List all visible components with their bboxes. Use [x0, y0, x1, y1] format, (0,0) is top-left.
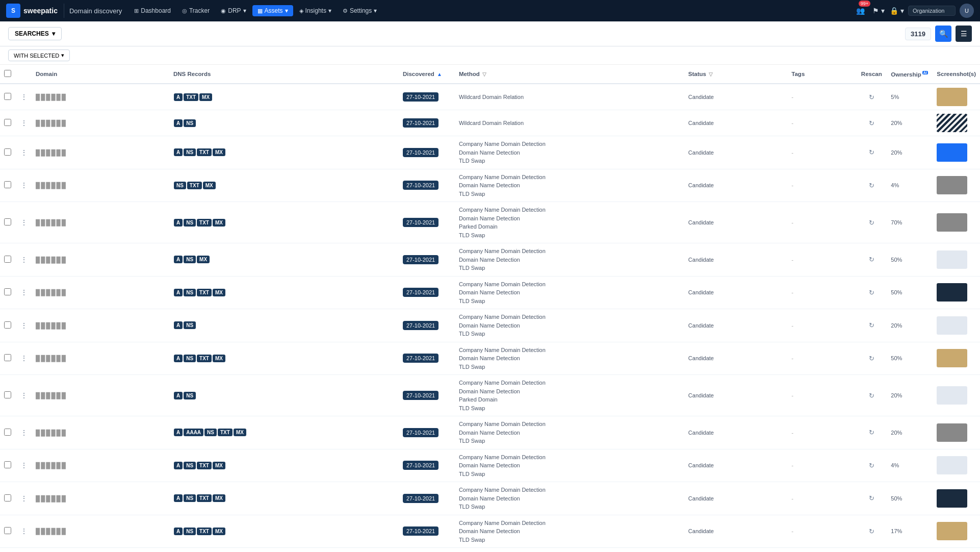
row-actions-13[interactable]: ⋮ — [20, 527, 28, 535]
row-checkbox-0[interactable] — [4, 93, 11, 100]
rescan-button-4[interactable]: ↻ — [869, 219, 874, 227]
row-actions-4[interactable]: ⋮ — [20, 218, 28, 227]
discovered-date: 27-10-2021 — [403, 148, 439, 157]
dns-tag-MX: MX — [234, 429, 246, 436]
nav-assets[interactable]: ▦ Assets ▾ — [252, 5, 293, 16]
row-actions-7[interactable]: ⋮ — [20, 321, 28, 330]
settings-chevron: ▾ — [374, 7, 377, 14]
rescan-button-10[interactable]: ↻ — [869, 429, 874, 436]
row-actions-11[interactable]: ⋮ — [20, 461, 28, 469]
tags-value: - — [791, 149, 793, 156]
dns-tag-A: A — [174, 528, 183, 535]
row-checkbox-9[interactable] — [4, 391, 11, 398]
tags-value: - — [791, 182, 793, 188]
header-discovered[interactable]: Discovered ▲ — [399, 65, 455, 84]
rescan-button-12[interactable]: ↻ — [869, 494, 874, 502]
row-checkbox-6[interactable] — [4, 288, 11, 295]
discovered-date: 27-10-2021 — [403, 92, 439, 102]
with-selected-button[interactable]: WITH SELECTED ▾ — [8, 49, 70, 61]
dns-tag-NS: NS — [184, 392, 196, 399]
brand-logo: S — [6, 4, 20, 18]
row-actions-1[interactable]: ⋮ — [20, 119, 28, 127]
tracker-icon: ◎ — [182, 8, 187, 14]
brand[interactable]: S sweepatic — [6, 4, 64, 18]
drp-icon: ◉ — [221, 8, 226, 14]
dns-tag-A: A — [174, 321, 183, 329]
dns-tag-TXT: TXT — [197, 148, 212, 156]
rescan-button-6[interactable]: ↻ — [869, 289, 874, 296]
ownership-value: 20% — [891, 120, 902, 126]
header-select-all[interactable] — [0, 65, 16, 84]
tags-value: - — [791, 392, 793, 398]
dns-tag-A: A — [174, 219, 183, 227]
header-method[interactable]: Method ▽ — [455, 65, 684, 84]
row-checkbox-3[interactable] — [4, 181, 11, 188]
nav-tracker[interactable]: ◎ Tracker — [177, 5, 215, 16]
nav-drp[interactable]: ◉ DRP ▾ — [216, 5, 251, 16]
row-actions-3[interactable]: ⋮ — [20, 181, 28, 189]
discovered-date: 27-10-2021 — [403, 354, 439, 363]
row-actions-12[interactable]: ⋮ — [20, 494, 28, 503]
row-actions-8[interactable]: ⋮ — [20, 354, 28, 362]
row-checkbox-11[interactable] — [4, 461, 11, 468]
select-all-checkbox[interactable] — [4, 70, 11, 77]
rescan-button-0[interactable]: ↻ — [869, 93, 874, 101]
domain-value: ██████ — [36, 120, 67, 126]
rescan-button-1[interactable]: ↻ — [869, 119, 874, 127]
avatar[interactable]: U — [960, 4, 974, 18]
rescan-button-5[interactable]: ↻ — [869, 256, 874, 263]
tags-value: - — [791, 322, 793, 329]
header-domain: Domain — [32, 65, 169, 84]
dns-tag-A: A — [174, 289, 183, 296]
row-checkbox-10[interactable] — [4, 429, 11, 436]
rescan-button-9[interactable]: ↻ — [869, 392, 874, 399]
nav-settings[interactable]: ⚙ Settings ▾ — [338, 5, 382, 16]
ownership-value: 20% — [891, 430, 902, 436]
row-checkbox-2[interactable] — [4, 148, 11, 156]
searches-button[interactable]: SEARCHES ▾ — [8, 27, 62, 40]
dns-tag-MX: MX — [213, 462, 225, 469]
row-checkbox-12[interactable] — [4, 494, 11, 501]
ownership-value: 50% — [891, 257, 902, 263]
row-checkbox-1[interactable] — [4, 119, 11, 126]
nav-insights[interactable]: ◈ Insights ▾ — [294, 5, 337, 16]
rescan-button-3[interactable]: ↻ — [869, 182, 874, 189]
flag-icon[interactable]: ⚑ ▾ — [871, 4, 886, 18]
row-checkbox-5[interactable] — [4, 256, 11, 263]
row-actions-10[interactable]: ⋮ — [20, 429, 28, 437]
row-actions-6[interactable]: ⋮ — [20, 288, 28, 296]
rescan-button-11[interactable]: ↻ — [869, 462, 874, 469]
rescan-button-2[interactable]: ↻ — [869, 148, 874, 156]
ownership-value: 50% — [891, 355, 902, 361]
discovered-date: 27-10-2021 — [403, 181, 439, 190]
dns-tag-MX: MX — [199, 93, 212, 101]
row-checkbox-8[interactable] — [4, 354, 11, 361]
nav-dashboard[interactable]: ⊞ Dashboard — [129, 5, 176, 16]
row-actions-5[interactable]: ⋮ — [20, 256, 28, 264]
discovered-date: 27-10-2021 — [403, 288, 439, 297]
assets-icon: ▦ — [257, 8, 263, 14]
ownership-value: 20% — [891, 392, 902, 398]
header-dns: DNS Records — [169, 65, 399, 84]
method-value: Wildcard Domain Relation — [459, 120, 524, 126]
rescan-button-8[interactable]: ↻ — [869, 355, 874, 362]
header-tags: Tags — [787, 65, 856, 84]
row-actions-9[interactable]: ⋮ — [20, 391, 28, 399]
domain-value: ██████ — [36, 392, 67, 398]
org-select[interactable]: Organization — [908, 6, 956, 16]
drp-chevron: ▾ — [243, 7, 246, 14]
rescan-button-7[interactable]: ↻ — [869, 321, 874, 329]
row-checkbox-4[interactable] — [4, 218, 11, 225]
row-checkbox-13[interactable] — [4, 527, 11, 534]
header-status[interactable]: Status ▽ — [684, 65, 787, 84]
notifications-badge[interactable]: 👥 99+ — [853, 4, 867, 18]
columns-menu-button[interactable]: ☰ — [956, 26, 972, 42]
row-actions-2[interactable]: ⋮ — [20, 148, 28, 157]
rescan-button-13[interactable]: ↻ — [869, 528, 874, 535]
discovered-date: 27-10-2021 — [403, 321, 439, 330]
status-value: Candidate — [688, 219, 714, 225]
search-button[interactable]: 🔍 — [935, 26, 951, 42]
row-checkbox-7[interactable] — [4, 321, 11, 329]
lock-icon[interactable]: 🔒 ▾ — [890, 4, 904, 18]
row-actions-0[interactable]: ⋮ — [20, 93, 28, 101]
